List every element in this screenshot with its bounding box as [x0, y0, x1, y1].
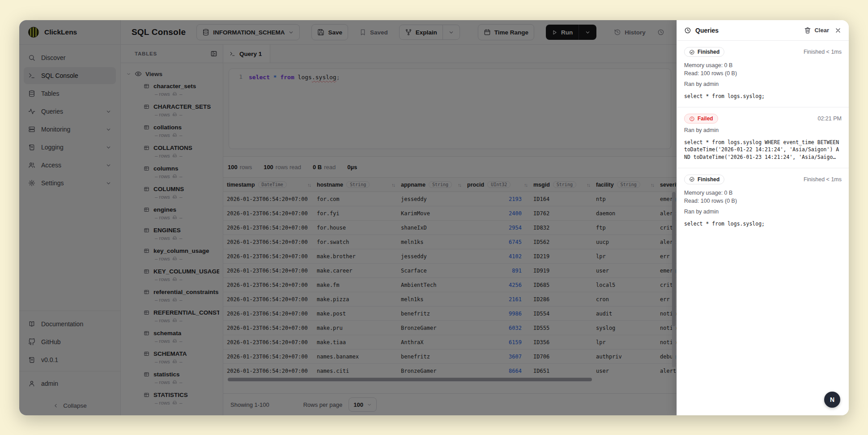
query-history-entry[interactable]: Failed02:21 PMRan by adminselect * from … — [677, 107, 849, 168]
queries-drawer-header: Queries Clear — [677, 20, 849, 41]
query-time: Finished < 1ms — [804, 49, 842, 55]
app-window: ClickLens DiscoverSQL ConsoleTablesQueri… — [19, 20, 849, 415]
query-time: Finished < 1ms — [804, 176, 842, 183]
check-circle-icon-wrap — [689, 49, 695, 55]
query-history-entry[interactable]: FinishedFinished < 1msMemory usage: 0 BR… — [677, 168, 849, 235]
status-text: Failed — [698, 115, 713, 122]
ran-by: Ran by admin — [684, 209, 842, 215]
status-text: Finished — [698, 176, 719, 183]
status-badge: Finished — [684, 47, 724, 57]
ran-by: Ran by admin — [684, 127, 842, 133]
check-circle-icon-wrap — [689, 176, 695, 182]
status-badge: Finished — [684, 175, 724, 184]
alert-circle-icon — [689, 116, 695, 122]
query-sql: select * from logs.syslog; — [684, 220, 842, 227]
status-text: Finished — [698, 49, 719, 55]
queries-drawer-title: Queries — [695, 27, 719, 34]
queries-drawer: Queries Clear FinishedFinished < 1msMemo… — [677, 20, 849, 415]
close-icon — [834, 27, 842, 34]
memory-usage: Memory usage: 0 B — [684, 189, 842, 197]
query-history-entry[interactable]: FinishedFinished < 1msMemory usage: 0 BR… — [677, 41, 849, 107]
clock-icon — [684, 27, 691, 34]
clear-queries-button[interactable]: Clear — [801, 25, 832, 36]
clear-label: Clear — [814, 27, 829, 34]
check-circle-icon — [689, 49, 695, 55]
alert-circle-icon-wrap — [689, 116, 695, 122]
close-drawer-button[interactable] — [833, 25, 843, 36]
memory-usage: Memory usage: 0 B — [684, 61, 842, 69]
query-meta: Memory usage: 0 BRead: 100 rows (0 B) — [684, 189, 842, 205]
read-stats: Read: 100 rows (0 B) — [684, 69, 842, 77]
read-stats: Read: 100 rows (0 B) — [684, 197, 842, 205]
query-time: 02:21 PM — [817, 115, 842, 122]
check-circle-icon — [689, 176, 695, 182]
query-sql: select * from logs.syslog; — [684, 93, 842, 100]
feedback-avatar-button[interactable]: N — [824, 392, 840, 408]
modal-backdrop[interactable] — [19, 20, 677, 415]
query-sql: select * from logs.syslog WHERE event_ti… — [684, 139, 842, 160]
status-badge: Failed — [684, 114, 718, 124]
queries-list: FinishedFinished < 1msMemory usage: 0 BR… — [677, 41, 849, 415]
ran-by: Ran by admin — [684, 81, 842, 87]
trash-icon — [804, 27, 811, 34]
query-meta: Memory usage: 0 BRead: 100 rows (0 B) — [684, 61, 842, 77]
